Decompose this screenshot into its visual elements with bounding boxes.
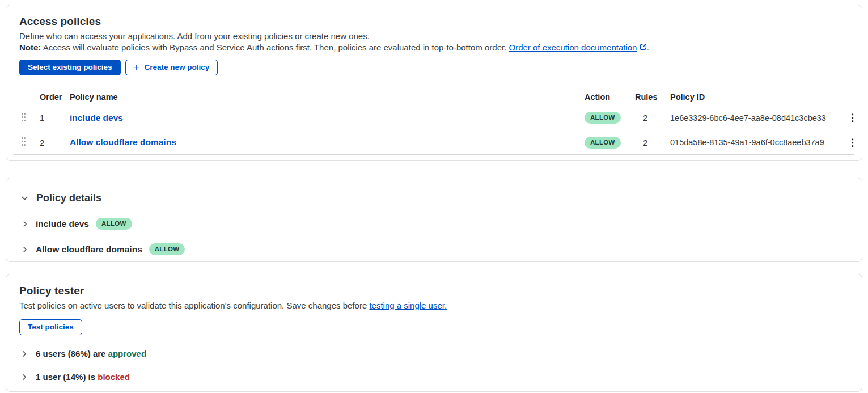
chevron-right-icon: [21, 220, 29, 228]
policy-details-card: Policy details include devs ALLOW Allow …: [6, 178, 862, 262]
chevron-down-icon: [20, 194, 29, 202]
order-of-execution-link[interactable]: Order of execution documentation: [509, 43, 637, 52]
policy-name-link[interactable]: Allow cloudflare domains: [70, 137, 585, 147]
policy-name-link[interactable]: include devs: [70, 113, 585, 123]
policy-details-title: Policy details: [36, 192, 101, 204]
tester-result-row[interactable]: 1 user (14%) is blocked: [20, 372, 854, 382]
plus-icon: +: [134, 64, 139, 71]
policy-detail-item[interactable]: Allow cloudflare domains ALLOW: [21, 243, 854, 255]
policy-id-cell: 1e6e3329-6bc6-4ee7-aa8e-08d41c3cbe33: [670, 113, 843, 122]
chevron-right-icon: [21, 246, 29, 253]
table-row: 2 Allow cloudflare domains ALLOW 2 015da…: [14, 130, 854, 155]
order-cell: 2: [40, 138, 70, 147]
note-suffix: .: [647, 43, 649, 52]
allow-badge: ALLOW: [585, 112, 621, 124]
rules-cell: 2: [635, 113, 670, 122]
result-prefix: 6 users (86%) are: [36, 349, 108, 358]
action-cell: ALLOW: [585, 112, 635, 124]
policy-detail-name: Allow cloudflare domains: [36, 244, 142, 255]
result-status: approved: [108, 349, 147, 358]
result-prefix: 1 user (14%) is: [36, 372, 98, 382]
access-policies-card: Access policies Define who can access yo…: [6, 5, 862, 161]
kebab-menu-icon[interactable]: ⋮: [843, 111, 862, 125]
column-header-rules: Rules: [635, 92, 670, 102]
policy-detail-name: include devs: [36, 219, 89, 229]
page-title: Access policies: [19, 15, 854, 28]
access-policies-note: Note: Access will evaluate policies with…: [19, 43, 854, 52]
policy-tester-title: Policy tester: [19, 285, 854, 297]
policies-table: Order Policy name Action Rules Policy ID…: [14, 89, 854, 155]
policy-tester-card: Policy tester Test policies on active us…: [6, 274, 862, 392]
note-label: Note:: [19, 43, 41, 52]
kebab-menu-icon[interactable]: ⋮: [843, 136, 862, 150]
column-header-action: Action: [585, 92, 635, 102]
note-text: Access will evaluate policies with Bypas…: [41, 43, 509, 52]
select-existing-policies-button[interactable]: Select existing policies: [19, 60, 121, 75]
test-policies-button[interactable]: Test policies: [19, 319, 82, 335]
drag-handle-icon[interactable]: [22, 137, 28, 147]
order-cell: 1: [40, 113, 70, 122]
policy-details-toggle[interactable]: Policy details: [20, 192, 854, 204]
create-new-policy-label: Create new policy: [145, 63, 210, 71]
result-text: 6 users (86%) are approved: [36, 349, 146, 358]
result-text: 1 user (14%) is blocked: [36, 372, 130, 382]
drag-handle-icon[interactable]: [22, 113, 28, 123]
policy-tester-description: Test policies on active users to validat…: [19, 301, 854, 310]
allow-badge: ALLOW: [149, 243, 185, 255]
result-status: blocked: [98, 372, 130, 382]
table-row: 1 include devs ALLOW 2 1e6e3329-6bc6-4ee…: [14, 105, 854, 130]
column-header-policy-id: Policy ID: [670, 92, 843, 102]
rules-cell: 2: [635, 138, 670, 147]
action-cell: ALLOW: [585, 137, 635, 149]
column-header-order: Order: [40, 92, 70, 102]
column-header-policy-name: Policy name: [70, 92, 585, 102]
chevron-right-icon: [20, 373, 28, 381]
policy-id-cell: 015da58e-8135-49a1-9a6f-0cc8aeeb37a9: [670, 138, 843, 147]
chevron-right-icon: [20, 350, 28, 358]
allow-badge: ALLOW: [96, 218, 132, 230]
external-link-icon: [640, 43, 647, 50]
testing-single-user-link[interactable]: testing a single user.: [369, 301, 447, 310]
access-policies-description: Define who can access your applications.…: [19, 31, 854, 41]
tester-result-row[interactable]: 6 users (86%) are approved: [20, 349, 854, 358]
allow-badge: ALLOW: [585, 137, 621, 149]
policy-detail-item[interactable]: include devs ALLOW: [21, 218, 854, 230]
table-header-row: Order Policy name Action Rules Policy ID: [14, 89, 854, 105]
tester-description-text: Test policies on active users to validat…: [19, 301, 369, 310]
policy-actions-toolbar: Select existing policies + Create new po…: [19, 60, 854, 75]
create-new-policy-button[interactable]: + Create new policy: [125, 60, 218, 75]
